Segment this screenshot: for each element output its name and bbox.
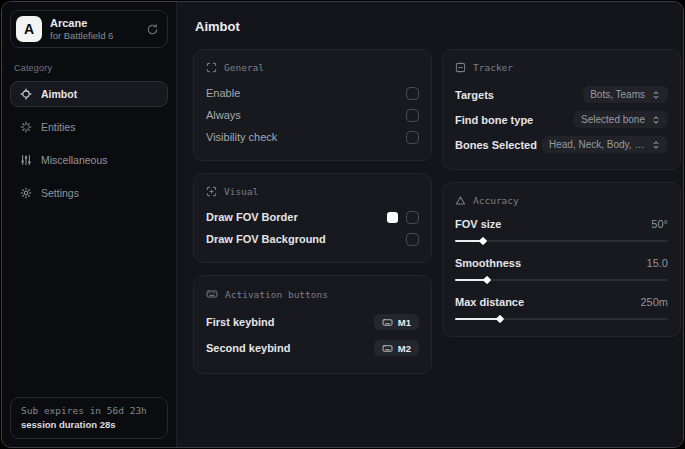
slider-fill bbox=[455, 318, 500, 320]
sidebar-item-settings[interactable]: Settings bbox=[10, 180, 168, 206]
find-bone-type-dropdown[interactable]: Selected bone bbox=[574, 111, 668, 128]
slider-label-row: Max distance 250m bbox=[455, 293, 668, 311]
setting-label: Draw FOV Background bbox=[206, 233, 326, 245]
keyboard-icon bbox=[382, 317, 393, 328]
sidebar: A Arcane for Battlefield 6 Category bbox=[2, 2, 177, 447]
first-keybind-button[interactable]: M1 bbox=[374, 314, 419, 330]
card-accuracy: Accuracy FOV size 50° Smoothness bbox=[442, 182, 681, 337]
card-tracker: Tracker Targets Bots, Teams bbox=[442, 49, 681, 170]
main-panel: Aimbot General Enable bbox=[177, 2, 684, 447]
reload-icon[interactable] bbox=[146, 23, 159, 36]
keybind-value: M2 bbox=[398, 343, 411, 354]
frame-corners-icon bbox=[206, 62, 217, 73]
logo-card: A Arcane for Battlefield 6 bbox=[10, 10, 168, 48]
right-column: Tracker Targets Bots, Teams bbox=[442, 49, 681, 374]
app-title: Arcane bbox=[50, 17, 113, 30]
keybind-value: M1 bbox=[398, 317, 411, 328]
card-activation-header: Activation buttons bbox=[206, 288, 419, 300]
draw-fov-border-checkbox[interactable] bbox=[406, 211, 419, 224]
left-column: General Enable Always Visibility check bbox=[193, 49, 432, 374]
card-tracker-header: Tracker bbox=[455, 62, 668, 73]
slider-label-row: FOV size 50° bbox=[455, 215, 668, 233]
card-visual: Visual Draw FOV Border Draw FOV Backgrou… bbox=[193, 173, 432, 263]
card-general: General Enable Always Visibility check bbox=[193, 49, 432, 161]
entities-icon bbox=[20, 121, 32, 133]
subscription-info: Sub expires in 56d 23h session duration … bbox=[10, 397, 168, 439]
setting-group-fov-size: FOV size 50° bbox=[455, 215, 668, 242]
dropdown-value: Selected bone bbox=[581, 114, 645, 125]
always-checkbox[interactable] bbox=[406, 109, 419, 122]
card-title: Activation buttons bbox=[225, 289, 328, 300]
triangle-icon bbox=[455, 195, 466, 206]
card-title: General bbox=[224, 62, 264, 73]
sidebar-item-miscellaneous[interactable]: Miscellaneous bbox=[10, 147, 168, 173]
setting-label: Second keybind bbox=[206, 342, 290, 354]
keyboard-icon bbox=[206, 288, 218, 300]
slider-fill bbox=[455, 240, 483, 242]
setting-row-always: Always bbox=[206, 104, 419, 126]
setting-label: First keybind bbox=[206, 316, 274, 328]
dropdown-value: Bots, Teams bbox=[590, 89, 645, 100]
card-title: Tracker bbox=[473, 62, 513, 73]
sidebar-item-aimbot[interactable]: Aimbot bbox=[10, 81, 168, 107]
unfold-icon bbox=[651, 90, 661, 100]
sliders-icon bbox=[20, 154, 32, 166]
slider-fill bbox=[455, 279, 487, 281]
page-title: Aimbot bbox=[195, 19, 681, 34]
logo-text: Arcane for Battlefield 6 bbox=[50, 17, 113, 41]
sidebar-nav: Aimbot Entities bbox=[10, 81, 168, 206]
sidebar-item-label: Aimbot bbox=[41, 88, 77, 100]
bones-selected-dropdown[interactable]: Head, Neck, Body, Pe.. bbox=[542, 136, 668, 153]
unfold-icon bbox=[651, 140, 661, 150]
slider-value: 250m bbox=[640, 296, 668, 308]
visibility-check-checkbox[interactable] bbox=[406, 131, 419, 144]
setting-label: Targets bbox=[455, 89, 494, 101]
controls-group bbox=[387, 211, 419, 224]
crosshair-icon bbox=[20, 88, 32, 100]
second-keybind-button[interactable]: M2 bbox=[374, 340, 419, 356]
minus-square-icon bbox=[455, 62, 466, 73]
enable-checkbox[interactable] bbox=[406, 87, 419, 100]
card-visual-header: Visual bbox=[206, 186, 419, 197]
setting-group-smoothness: Smoothness 15.0 bbox=[455, 254, 668, 281]
sidebar-item-entities[interactable]: Entities bbox=[10, 114, 168, 140]
setting-row-find-bone-type: Find bone type Selected bone bbox=[455, 107, 668, 132]
dropdown-value: Head, Neck, Body, Pe.. bbox=[549, 139, 645, 150]
slider-label-row: Smoothness 15.0 bbox=[455, 254, 668, 272]
app-logo: A bbox=[16, 16, 42, 42]
card-general-header: General bbox=[206, 62, 419, 73]
setting-label: Max distance bbox=[455, 296, 524, 308]
setting-row-first-keybind: First keybind M1 bbox=[206, 309, 419, 335]
unfold-icon bbox=[651, 115, 661, 125]
card-accuracy-header: Accuracy bbox=[455, 195, 668, 206]
setting-row-enable: Enable bbox=[206, 82, 419, 104]
app-subtitle: for Battlefield 6 bbox=[50, 30, 113, 41]
targets-dropdown[interactable]: Bots, Teams bbox=[583, 86, 668, 103]
sidebar-item-label: Miscellaneous bbox=[41, 154, 108, 166]
setting-row-second-keybind: Second keybind M2 bbox=[206, 335, 419, 361]
category-label: Category bbox=[14, 63, 164, 73]
sidebar-item-label: Settings bbox=[41, 187, 79, 199]
setting-group-max-distance: Max distance 250m bbox=[455, 293, 668, 320]
card-title: Visual bbox=[224, 186, 258, 197]
setting-label: Find bone type bbox=[455, 114, 533, 126]
subscription-expiry: Sub expires in 56d 23h bbox=[21, 405, 157, 416]
setting-row-bones-selected: Bones Selected Head, Neck, Body, Pe.. bbox=[455, 132, 668, 157]
setting-row-draw-fov-background: Draw FOV Background bbox=[206, 228, 419, 250]
draw-fov-background-checkbox[interactable] bbox=[406, 233, 419, 246]
slider-value: 50° bbox=[651, 218, 668, 230]
setting-label: Always bbox=[206, 109, 241, 121]
setting-label: FOV size bbox=[455, 218, 501, 230]
fov-border-color-swatch[interactable] bbox=[387, 212, 398, 223]
sidebar-item-label: Entities bbox=[41, 121, 75, 133]
smoothness-slider[interactable] bbox=[455, 279, 668, 281]
keyboard-icon bbox=[382, 343, 393, 354]
fov-size-slider[interactable] bbox=[455, 240, 668, 242]
session-duration: session duration 28s bbox=[21, 419, 157, 430]
setting-label: Bones Selected bbox=[455, 139, 537, 151]
card-activation-buttons: Activation buttons First keybind M1 bbox=[193, 275, 432, 374]
setting-row-targets: Targets Bots, Teams bbox=[455, 82, 668, 107]
setting-label: Draw FOV Border bbox=[206, 211, 298, 223]
focus-plus-icon bbox=[206, 186, 217, 197]
max-distance-slider[interactable] bbox=[455, 318, 668, 320]
